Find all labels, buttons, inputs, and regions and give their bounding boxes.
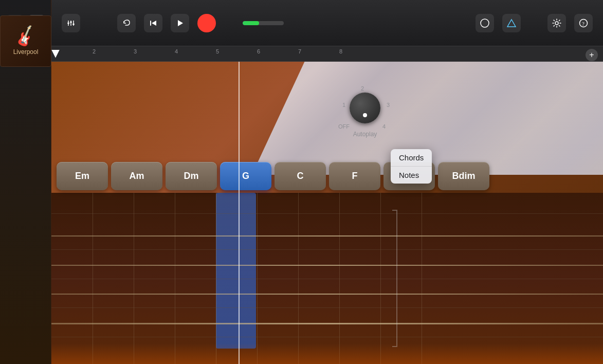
left-sidebar: 🎸 Liverpool xyxy=(0,0,51,364)
autoplay-knob[interactable] xyxy=(350,93,380,123)
string-2 xyxy=(51,265,603,266)
knob-pos-2: 2 xyxy=(361,85,364,92)
chord-btn-am[interactable]: Am xyxy=(111,162,162,190)
playhead-line xyxy=(239,46,240,364)
chord-btn-em[interactable]: Em xyxy=(57,162,108,190)
knob-pos-3: 3 xyxy=(387,102,390,108)
add-track-button[interactable]: + xyxy=(586,49,598,61)
chord-btn-c[interactable]: C xyxy=(275,162,326,190)
bracket-indicator xyxy=(392,210,397,347)
chord-notes-popup: Chords Notes xyxy=(391,149,432,184)
fret-row-1 xyxy=(51,213,603,214)
notes-option[interactable]: Notes xyxy=(391,167,432,184)
chords-option[interactable]: Chords xyxy=(391,149,432,167)
fretboard[interactable] xyxy=(51,193,603,364)
svg-marker-17 xyxy=(507,20,516,27)
help-button[interactable]: ? xyxy=(574,14,593,32)
fret-row-5 xyxy=(51,337,603,337)
svg-rect-12 xyxy=(72,24,75,25)
string-3 xyxy=(51,294,603,295)
ruler-mark-3: 3 xyxy=(134,48,137,54)
svg-marker-15 xyxy=(178,20,183,26)
knob-pos-off: OFF xyxy=(338,123,350,130)
knob-pos-1: 1 xyxy=(342,102,345,108)
autoplay-label: Autoplay xyxy=(353,131,377,138)
knob-pos-4: 4 xyxy=(382,123,386,130)
instrument-background: 2 3 4 1 OFF Autoplay Chords Notes Em Am … xyxy=(51,62,603,364)
track-name: Liverpool xyxy=(13,48,39,56)
smart-tempo-button[interactable] xyxy=(502,14,521,32)
svg-point-16 xyxy=(481,19,489,27)
settings-button[interactable] xyxy=(547,14,566,32)
chord-buttons-row: Em Am Dm G C F B♭ Bdim xyxy=(51,159,603,193)
chord-btn-f[interactable]: F xyxy=(329,162,380,190)
svg-point-18 xyxy=(555,22,558,25)
svg-rect-10 xyxy=(67,23,69,24)
undo-button[interactable] xyxy=(117,14,136,32)
ruler-mark-7: 7 xyxy=(298,48,301,54)
ruler-mark-4: 4 xyxy=(175,48,178,54)
guitar-icon: 🎸 xyxy=(13,24,39,49)
fret-row-2 xyxy=(51,249,603,250)
bottom-glow xyxy=(51,343,603,364)
chord-btn-bdim[interactable]: Bdim xyxy=(438,162,489,190)
ruler: 2 3 4 5 6 7 8 + xyxy=(51,46,603,62)
fret-row-4 xyxy=(51,307,603,308)
fret-row-3 xyxy=(51,279,603,279)
string-1 xyxy=(51,235,603,236)
chord-btn-dm[interactable]: Dm xyxy=(166,162,217,190)
svg-rect-13 xyxy=(150,21,151,26)
knob-indicator xyxy=(363,113,367,117)
ruler-mark-8: 8 xyxy=(339,48,342,54)
level-bar xyxy=(243,21,284,25)
string-4 xyxy=(51,323,603,324)
play-button[interactable] xyxy=(171,14,189,32)
svg-text:?: ? xyxy=(582,20,584,26)
autoplay-area: 2 3 4 1 OFF Autoplay xyxy=(324,87,406,149)
ruler-mark-2: 2 xyxy=(93,48,96,54)
record-button[interactable] xyxy=(197,14,216,32)
rewind-button[interactable] xyxy=(144,14,162,32)
track-header[interactable]: 🎸 Liverpool xyxy=(0,15,51,67)
ruler-mark-6: 6 xyxy=(257,48,260,54)
svg-rect-11 xyxy=(70,22,72,23)
autoplay-knob-container[interactable]: 2 3 4 1 OFF xyxy=(344,87,386,129)
level-fill xyxy=(243,21,259,25)
mixer-button[interactable] xyxy=(62,14,80,32)
ruler-mark-5: 5 xyxy=(216,48,219,54)
svg-marker-14 xyxy=(152,21,156,26)
toolbar: ? xyxy=(51,0,603,46)
active-chord-bar xyxy=(216,193,256,349)
ruler-marks: 2 3 4 5 6 7 8 + xyxy=(51,46,603,61)
metronome-button[interactable] xyxy=(476,14,494,32)
chord-btn-g[interactable]: G xyxy=(220,162,271,190)
main-area: 2 3 4 1 OFF Autoplay Chords Notes Em Am … xyxy=(51,62,603,364)
